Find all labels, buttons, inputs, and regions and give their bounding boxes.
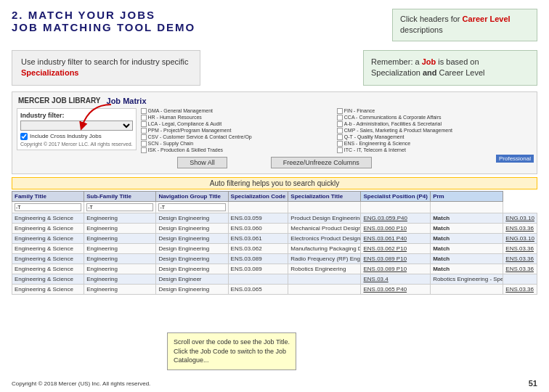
table-cell[interactable]: Match (431, 264, 503, 274)
table-cell[interactable]: ENS.03.062 P10 (361, 243, 431, 253)
table-cell[interactable]: ENS.03.089 P10 (361, 264, 431, 274)
table-header-family-title[interactable]: Family Title (12, 191, 84, 201)
checkbox-square[interactable] (141, 108, 147, 114)
remember-prefix: Remember: a (371, 57, 422, 66)
filter-cell (12, 201, 84, 213)
checkbox-item: Q-T - Quality Management (337, 134, 532, 140)
table-cell[interactable]: ENS.03.36 (503, 264, 537, 274)
table-cell[interactable]: ENS.03.089 P10 (361, 253, 431, 264)
filter-input-2[interactable] (158, 203, 225, 211)
table-cell[interactable]: ENS.03.36 (503, 243, 537, 253)
table-cell[interactable]: ENS.03.060 P10 (361, 223, 431, 233)
table-cell: Engineering (84, 223, 156, 233)
table-cell (228, 274, 288, 284)
tooltip-line1: Scroll over the code to see the Job Titl… (174, 338, 290, 346)
table-cell: Design Engineering (156, 213, 228, 223)
checkbox-square[interactable] (141, 128, 147, 134)
table-cell: Engineering (84, 274, 156, 284)
table-cell[interactable]: Robotics Engineering - Spe... (431, 274, 503, 284)
table-cell[interactable]: ENG.03.10 (503, 233, 537, 243)
table-header-specialist-position-(p4)[interactable]: Specialist Position (P4) (361, 191, 431, 201)
table-header-sub-family-title[interactable]: Sub-Family Title (84, 191, 156, 201)
table-header-row: Family TitleSub-Family TitleNavigation G… (12, 191, 537, 201)
cross-industry-checkbox[interactable] (20, 133, 28, 140)
table-header-prm[interactable]: Prm (431, 191, 503, 201)
table-cell[interactable]: ENS.03.065 P40 (361, 284, 431, 294)
checkbox-square[interactable] (337, 121, 343, 127)
table-cell: Design Engineer (156, 274, 228, 284)
filter-cell (288, 201, 361, 213)
checkbox-square[interactable] (141, 147, 147, 153)
table-cell (288, 274, 361, 284)
table-header-specialization-code[interactable]: Specialization Code (228, 191, 288, 201)
arrow-icon (75, 101, 118, 137)
table-cell[interactable]: ENG.03.059.P40 (361, 213, 431, 223)
checkbox-square[interactable] (337, 147, 343, 153)
checkbox-square[interactable] (141, 134, 147, 140)
checkbox-square[interactable] (337, 115, 343, 121)
checkbox-square[interactable] (337, 141, 343, 147)
table-cell[interactable]: Match (431, 233, 503, 243)
table-cell: ENS.03.059 (228, 213, 288, 223)
table-header-navigation-group-title[interactable]: Navigation Group Title (156, 191, 228, 201)
table-cell: Radio Frequency (RF) Engineering (288, 253, 361, 264)
filter-input-1[interactable] (86, 203, 153, 211)
table-cell[interactable]: Match (431, 223, 503, 233)
filter-input-0[interactable] (15, 203, 81, 211)
table-cell[interactable]: Match (431, 253, 503, 264)
checkbox-square[interactable] (141, 141, 147, 147)
table-cell[interactable]: ENS.03.061 P40 (361, 233, 431, 243)
remember-box: Remember: a Job is based on Specializati… (363, 50, 537, 86)
table-cell[interactable]: Match (431, 213, 503, 223)
title-line2: JOB MATCHING TOOL DEMO (12, 21, 392, 33)
mercer-copyright-small: Copyright © 2017 Mercer LLC. All rights … (20, 142, 133, 147)
checkbox-square[interactable] (337, 134, 343, 140)
filter-cell (431, 201, 503, 213)
checkboxes-panel: GMA - General ManagementFIN - FinanceHR … (141, 108, 532, 153)
checkbox-square[interactable] (337, 128, 343, 134)
tooltip-box: Scroll over the code to see the Job Titl… (167, 332, 296, 370)
freeze-columns-button[interactable]: Freeze/Unfreeze Columns (271, 157, 372, 168)
table-cell[interactable] (431, 284, 503, 294)
info-row: Use industry filter to search for indust… (0, 47, 549, 89)
table-cell: Design Engineering (156, 284, 228, 294)
table-cell: Design Engineering (156, 243, 228, 253)
checkbox-square[interactable] (337, 108, 343, 114)
and-text: and (423, 68, 437, 77)
table-cell: ENS.03.061 (228, 233, 288, 243)
table-filter-row (12, 201, 537, 213)
checkbox-item: ITC - IT, Telecom & Internet (337, 147, 532, 153)
table-cell[interactable] (503, 274, 537, 284)
checkbox-item: PPM - Project/Program Management (141, 128, 336, 134)
table-row: Engineering & ScienceEngineeringDesign E… (12, 213, 537, 223)
header-section: 2. MATCH YOUR JOBS JOB MATCHING TOOL DEM… (0, 0, 549, 47)
use-industry-prefix: Use industry filter to search for indust… (21, 57, 188, 66)
career-level-suffix: descriptions (400, 25, 443, 34)
checkbox-square[interactable] (141, 121, 147, 127)
table-row: Engineering & ScienceEngineeringDesign E… (12, 284, 537, 294)
career-level-box: Click headers for Career Level descripti… (392, 9, 537, 41)
table-cell[interactable]: ENS.03.36 (503, 284, 537, 294)
table-cell[interactable]: ENS.03.36 (503, 223, 537, 233)
job-highlight: Job (422, 57, 436, 66)
table-cell: Engineering & Science (12, 243, 84, 253)
table-header-specialization-title[interactable]: Specialization Title (288, 191, 361, 201)
title-line1: 2. MATCH YOUR JOBS (12, 9, 392, 21)
table-cell[interactable]: ENS.03.36 (503, 253, 537, 264)
table-row: Engineering & ScienceEngineeringDesign E… (12, 264, 537, 274)
action-row: Show All Freeze/Unfreeze Columns Profess… (15, 155, 534, 171)
table-cell: Engineering (84, 233, 156, 243)
table-cell[interactable]: ENS.03.4 (361, 274, 431, 284)
filter-cell (361, 201, 431, 213)
auto-filter-banner: Auto filtering helps you to search quick… (12, 177, 537, 189)
table-cell[interactable]: ENG.03.10 (503, 213, 537, 223)
show-all-button[interactable]: Show All (177, 157, 227, 168)
table-cell[interactable]: Match (431, 243, 503, 253)
table-cell: Manufacturing Packaging Design Engineeri… (288, 243, 361, 253)
job-matrix-section: MERCER JOB LIBRARY Job Matrix Industry f… (12, 91, 537, 174)
checkbox-item: CSV - Customer Service & Contact Centre/… (141, 134, 336, 140)
table-cell: Design Engineering (156, 264, 228, 274)
checkbox-item: LCA - Legal, Compliance & Audit (141, 121, 336, 127)
checkbox-label: A-b - Administration, Facilities & Secre… (344, 121, 442, 126)
checkbox-square[interactable] (141, 115, 147, 121)
